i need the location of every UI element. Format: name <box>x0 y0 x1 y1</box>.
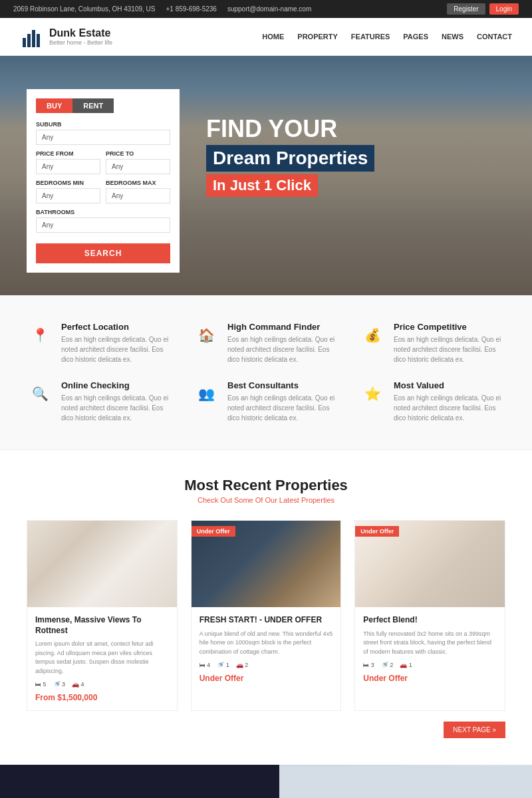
property-title-1: FRESH START! - UNDER OFFER <box>200 615 333 626</box>
feature-text-5: Most Valued Eos an high ceilings delicat… <box>394 380 505 423</box>
bed-min-label: BEDROOMS MIN <box>36 180 100 186</box>
nav-home[interactable]: HOME <box>262 33 284 41</box>
search-button[interactable]: SEARCH <box>36 243 170 263</box>
logo-subtitle: Better home - Better life <box>49 39 112 46</box>
property-title-2: Perfect Blend! <box>363 615 497 626</box>
feature-desc-4: Eos an high ceilings delicata. Quo ei no… <box>227 393 339 423</box>
feature-title-3: Online Checking <box>61 380 173 390</box>
svg-rect-3 <box>37 34 40 47</box>
next-page-button[interactable]: NEXT PAGE » <box>444 722 505 738</box>
property-baths: 🚿 1 <box>217 662 229 668</box>
properties-title: Most Recent Properties <box>27 477 505 494</box>
hero-click: In Just 1 Click <box>206 174 318 197</box>
feature-text-4: Best Consultants Eos an high ceilings de… <box>227 380 339 423</box>
property-card[interactable]: Immense, Massive Views To Rottnest Lorem… <box>27 520 178 711</box>
suburb-select[interactable]: Any <box>36 130 170 145</box>
feature-desc-2: Eos an high ceilings delicata. Quo ei no… <box>394 334 505 364</box>
feature-title-1: High Command Finder <box>227 322 339 332</box>
property-beds: 🛏 5 <box>35 681 47 688</box>
property-image-2: Under Offer <box>355 521 505 607</box>
feature-text-2: Price Competitive Eos an high ceilings d… <box>394 322 505 364</box>
price-to-label: PRICE TO <box>106 150 170 157</box>
feature-icon-5: ⭐ <box>359 380 386 407</box>
feature-title-4: Best Consultants <box>227 380 339 390</box>
svg-rect-0 <box>23 38 26 47</box>
nav-news[interactable]: NEWS <box>442 33 464 41</box>
section-header: Most Recent Properties Check Out Some Of… <box>27 477 505 504</box>
feature-icon-2: 💰 <box>359 322 386 348</box>
suburb-label: SUBURB <box>36 121 170 128</box>
bath-select[interactable]: Any <box>36 217 170 233</box>
tab-rent[interactable]: RENT <box>72 98 114 113</box>
logo-title: Dunk Estate <box>49 27 112 39</box>
property-price-0: From $1,500,000 <box>35 693 169 702</box>
top-bar: 2069 Robinson Lane, Columbus, OH 43109, … <box>0 0 532 18</box>
feature-item: ⭐ Most Valued Eos an high ceilings delic… <box>359 380 505 423</box>
email: support@domain-name.com <box>227 5 311 13</box>
bed-max-select[interactable]: Any <box>106 188 170 203</box>
property-badge: Under Offer <box>355 526 399 537</box>
header: Dunk Estate Better home - Better life HO… <box>0 18 532 56</box>
feature-icon-4: 👥 <box>193 380 219 407</box>
property-beds: 🛏 3 <box>363 662 374 668</box>
property-desc-0: Lorem ipsum dolor sit amet, contect fetu… <box>35 640 169 676</box>
phone: +1 859-698-5236 <box>166 5 216 13</box>
hero-dream: Dream Properties <box>206 145 374 172</box>
feature-item: 🔍 Online Checking Eos an high ceilings d… <box>27 380 173 423</box>
register-button[interactable]: Register <box>447 3 485 15</box>
price-row: PRICE FROM Any PRICE TO Any <box>36 150 170 180</box>
feature-item: 💰 Price Competitive Eos an high ceilings… <box>359 322 505 364</box>
tab-buy[interactable]: BUY <box>36 98 72 113</box>
hero-text: FIND YOUR Dream Properties In Just 1 Cli… <box>206 96 374 197</box>
property-info-1: FRESH START! - UNDER OFFER A unique blen… <box>192 607 341 691</box>
price-to-group: PRICE TO Any <box>106 150 170 174</box>
advise-section: Need An Advise? Our Agents May Help You … <box>0 765 532 798</box>
bath-group: BATHROOMS Any <box>36 209 170 233</box>
property-card[interactable]: Under Offer FRESH START! - UNDER OFFER A… <box>191 520 342 711</box>
price-to-select[interactable]: Any <box>106 159 170 174</box>
property-beds: 🛏 4 <box>200 662 211 668</box>
bath-label: BATHROOMS <box>36 209 170 215</box>
property-meta-0: 🛏 5 🚿 3 🚗 4 <box>35 681 169 688</box>
feature-icon-3: 🔍 <box>27 380 53 407</box>
property-image-1: Under Offer <box>192 521 341 607</box>
advise-image <box>279 765 532 798</box>
property-garage: 🚗 2 <box>236 662 249 668</box>
nav-contact[interactable]: CONTACT <box>477 33 512 41</box>
property-card[interactable]: Under Offer Perfect Blend! This fully re… <box>354 520 505 711</box>
properties-section: Most Recent Properties Check Out Some Of… <box>0 450 532 765</box>
nav-property[interactable]: PROPERTY <box>297 33 338 41</box>
price-from-select[interactable]: Any <box>36 159 100 174</box>
bed-max-label: BEDROOMS MAX <box>106 180 170 186</box>
property-meta-1: 🛏 4 🚿 1 🚗 2 <box>200 662 333 668</box>
feature-item: 📍 Perfect Location Eos an high ceilings … <box>27 322 173 364</box>
feature-desc-0: Eos an high ceilings delicata. Quo ei no… <box>61 334 173 364</box>
svg-rect-1 <box>27 34 31 47</box>
svg-rect-4 <box>279 766 532 798</box>
logo: Dunk Estate Better home - Better life <box>20 25 112 49</box>
advise-img-overlay <box>279 765 532 798</box>
bed-min-select[interactable]: Any <box>36 188 100 203</box>
price-from-group: PRICE FROM Any <box>36 150 100 174</box>
suburb-group: SUBURB Any <box>36 121 170 145</box>
main-nav: HOME PROPERTY FEATURES PAGES NEWS CONTAC… <box>262 33 512 41</box>
hero-section: BUY RENT SUBURB Any PRICE FROM Any PRICE… <box>0 56 532 295</box>
logo-text: Dunk Estate Better home - Better life <box>49 27 112 46</box>
feature-text-3: Online Checking Eos an high ceilings del… <box>61 380 173 423</box>
nav-pages[interactable]: PAGES <box>403 33 428 41</box>
nav-features[interactable]: FEATURES <box>351 33 390 41</box>
property-price-2: Under Offer <box>363 674 497 683</box>
properties-grid: Immense, Massive Views To Rottnest Lorem… <box>27 520 505 711</box>
advise-illustration <box>279 766 532 798</box>
feature-icon-0: 📍 <box>27 322 53 348</box>
login-button[interactable]: Login <box>489 3 519 15</box>
advise-left: Need An Advise? Our Agents May Help You … <box>0 765 279 798</box>
property-baths: 🚿 3 <box>53 681 66 688</box>
svg-rect-2 <box>32 30 35 47</box>
property-garage: 🚗 1 <box>400 662 412 668</box>
property-garage: 🚗 4 <box>72 681 84 688</box>
top-bar-actions: Register Login <box>447 3 519 15</box>
address: 2069 Robinson Lane, Columbus, OH 43109, … <box>13 5 155 13</box>
beds-row: BEDROOMS MIN Any BEDROOMS MAX Any <box>36 180 170 209</box>
property-baths: 🚿 2 <box>381 662 394 668</box>
